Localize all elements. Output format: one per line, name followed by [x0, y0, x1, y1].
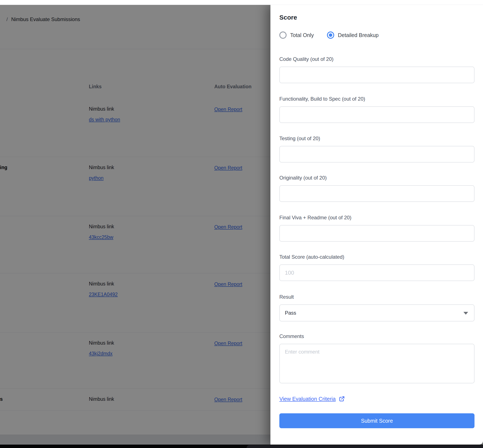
radio-label: Detailed Breakup	[338, 32, 379, 38]
radio-detailed-breakup[interactable]: Detailed Breakup	[327, 32, 379, 39]
comments-textarea[interactable]	[279, 344, 475, 383]
functionality-input[interactable]	[279, 106, 475, 123]
window-top-strip	[0, 0, 483, 5]
field-comments: Comments	[279, 333, 475, 383]
external-link-icon	[339, 396, 345, 402]
result-selected-value: Pass	[285, 310, 296, 316]
radio-total-only[interactable]: Total Only	[279, 32, 314, 39]
field-label: Functionality, Build to Spec (out of 20)	[279, 96, 475, 102]
field-label: Testing (out of 20)	[279, 135, 475, 142]
radio-selected-icon	[327, 32, 334, 39]
desktop-bottom-bar	[0, 445, 483, 448]
total-score-input[interactable]	[279, 264, 475, 281]
field-code-quality: Code Quality (out of 20)	[279, 56, 475, 83]
field-label: Total Score (auto-calculated)	[279, 254, 475, 260]
field-label: Result	[279, 294, 475, 300]
screen: / Nimbus Evaluate Submissions Links Auto…	[0, 0, 483, 448]
radio-unselected-icon	[279, 32, 287, 39]
dock-edge	[247, 445, 483, 448]
score-drawer: Score Total Only Detailed Breakup Code Q…	[270, 5, 483, 445]
submit-score-button[interactable]: Submit Score	[279, 413, 475, 428]
field-result: Result Pass	[279, 294, 475, 321]
field-label: Originality (out of 20)	[279, 175, 475, 181]
view-evaluation-criteria[interactable]: View Evaluation Criteria	[279, 395, 345, 403]
code-quality-input[interactable]	[279, 67, 475, 83]
field-label: Comments	[279, 333, 475, 339]
score-mode-radio-group: Total Only Detailed Breakup	[279, 31, 379, 39]
chevron-down-icon	[463, 312, 468, 315]
field-total-score: Total Score (auto-calculated)	[279, 254, 475, 281]
originality-input[interactable]	[279, 185, 475, 202]
radio-label: Total Only	[290, 32, 314, 38]
final-viva-input[interactable]	[279, 225, 475, 242]
drawer-title: Score	[279, 14, 297, 21]
result-select[interactable]: Pass	[279, 304, 475, 321]
field-functionality: Functionality, Build to Spec (out of 20)	[279, 96, 475, 123]
field-label: Code Quality (out of 20)	[279, 56, 475, 62]
criteria-link-text: View Evaluation Criteria	[279, 396, 336, 402]
field-final-viva: Final Viva + Readme (out of 20)	[279, 215, 475, 242]
testing-input[interactable]	[279, 146, 475, 162]
field-originality: Originality (out of 20)	[279, 175, 475, 202]
field-label: Final Viva + Readme (out of 20)	[279, 215, 475, 221]
field-testing: Testing (out of 20)	[279, 135, 475, 162]
